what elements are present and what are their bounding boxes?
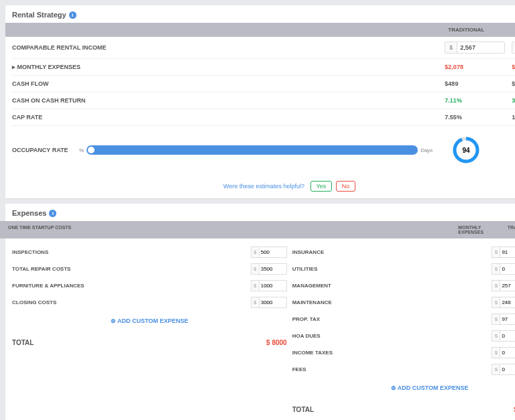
- l-hoa: HOA DUES: [292, 333, 492, 339]
- l-itax: INCOME TAXES: [292, 350, 492, 356]
- cap-trad: 7.55%: [433, 114, 500, 121]
- row-cashflow-label: CASH FLOW: [12, 80, 433, 87]
- row-income-label: COMPARABLE RENTAL INCOME: [12, 44, 433, 51]
- occ-days-label: Days: [420, 147, 433, 153]
- cashflow-trad: $489: [433, 80, 500, 87]
- l-close: CLOSING COSTS: [12, 299, 251, 305]
- l-mgmt: MANAGEMENT: [292, 283, 492, 289]
- row-coc-label: CASH ON CASH RETURN: [12, 97, 433, 104]
- rental-strategy-header: Rental Strategy i: [5, 5, 515, 23]
- repair-input[interactable]: [259, 263, 287, 275]
- rs-helpful-q: Were these estimates helpful?: [223, 183, 304, 190]
- itax-t[interactable]: [500, 347, 515, 358]
- mgmt-t[interactable]: [500, 280, 515, 291]
- util-t[interactable]: [500, 263, 515, 275]
- col-traditional: TRADITIONAL: [433, 27, 500, 33]
- income-trad-input[interactable]: [457, 42, 505, 54]
- total-left-val: $ 8000: [260, 339, 287, 346]
- expenses-title: Expenses: [12, 209, 46, 217]
- l-insp: INSPECTIONS: [12, 249, 251, 255]
- close-input[interactable]: [259, 297, 287, 308]
- total-left-label: TOTAL: [12, 339, 260, 346]
- coc-trad: 7.11%: [433, 97, 500, 104]
- l-fees: FEES: [292, 366, 492, 372]
- insp-input[interactable]: [259, 247, 287, 258]
- l-util: UTILITIES: [292, 266, 492, 272]
- h-monthly: MONTHLY EXPENSES: [451, 225, 505, 234]
- info-icon[interactable]: i: [69, 11, 76, 19]
- hoa-t[interactable]: [500, 330, 515, 342]
- monthly-airbnb: $3,516: [500, 64, 515, 70]
- total-right-label: TOTAL: [292, 406, 495, 413]
- furn-input[interactable]: [259, 280, 287, 291]
- add-custom-left[interactable]: ⊕ ADD CUSTOM EXPENSE: [12, 311, 287, 331]
- rental-strategy-card: Rental Strategy i TRADITIONAL AIRBNB COM…: [5, 5, 515, 198]
- col-airbnb: AIRBNB: [500, 27, 515, 33]
- expenses-header: Expenses i: [5, 204, 515, 221]
- occ-airbnb-donut: 64: [500, 135, 515, 165]
- expenses-card: Expenses i ONE TIME STARTUP COSTS MONTHL…: [5, 204, 515, 420]
- l-ptax: PROP. TAX: [292, 316, 492, 322]
- l-maint: MAINTENANCE: [292, 299, 492, 305]
- row-monthly-label[interactable]: ▸ MONTHLY EXPENSES: [12, 64, 433, 70]
- ptax-t[interactable]: [500, 313, 515, 325]
- h-onetime: ONE TIME STARTUP COSTS: [1, 225, 411, 234]
- occ-toggle[interactable]: [87, 145, 418, 155]
- coc-airbnb: 37.57%: [500, 97, 515, 104]
- cap-airbnb: 15.98%: [500, 114, 515, 121]
- rental-strategy-title: Rental Strategy: [12, 11, 66, 19]
- add-custom-right[interactable]: ⊕ ADD CUSTOM EXPENSE: [292, 378, 515, 398]
- monthly-trad: $2,078: [433, 64, 500, 70]
- maint-t[interactable]: [500, 297, 515, 308]
- info-icon[interactable]: i: [49, 210, 56, 217]
- total-t: $ 693: [494, 406, 515, 413]
- cashflow-airbnb: $2,583: [500, 80, 515, 87]
- rental-strategy-columns: TRADITIONAL AIRBNB: [5, 23, 515, 37]
- h-trad: TRADITIONAL: [505, 225, 515, 234]
- occ-pct-label: %: [79, 147, 84, 153]
- svg-text:94: 94: [463, 147, 471, 154]
- rs-no-button[interactable]: No: [336, 181, 356, 192]
- ins-t[interactable]: [500, 247, 515, 258]
- occ-trad-donut: 94: [433, 135, 500, 165]
- l-repair: TOTAL REPAIR COSTS: [12, 266, 251, 272]
- row-occ-label: OCCUPANCY RATE: [12, 147, 79, 153]
- l-furn: FURNITURE & APPLIANCES: [12, 283, 251, 289]
- l-ins: INSURANCE: [292, 249, 492, 255]
- fees-t[interactable]: [500, 364, 515, 375]
- rs-yes-button[interactable]: Yes: [310, 181, 333, 192]
- row-cap-label: CAP RATE: [12, 114, 433, 121]
